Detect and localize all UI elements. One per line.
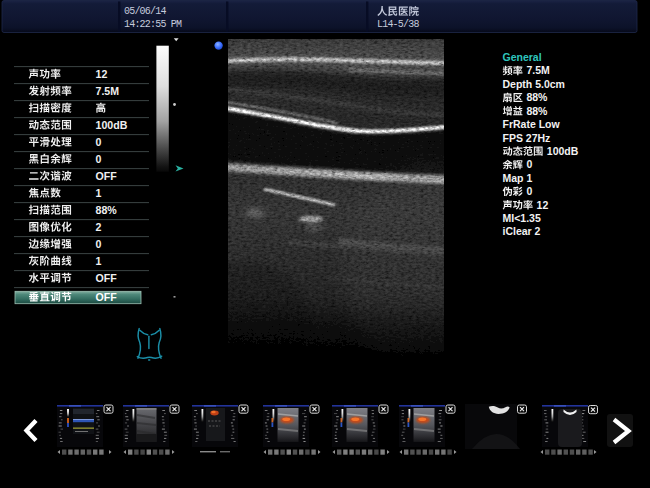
svg-text:Depth 5.0cm: Depth 5.0cm bbox=[503, 78, 565, 90]
svg-text:88%: 88% bbox=[96, 204, 118, 216]
svg-text:2: 2 bbox=[96, 221, 102, 233]
svg-text:L14-5/38: L14-5/38 bbox=[377, 19, 419, 30]
svg-text:1: 1 bbox=[96, 255, 102, 267]
svg-text:0: 0 bbox=[96, 136, 102, 148]
svg-text:88%: 88% bbox=[526, 105, 548, 117]
svg-text:7.5M: 7.5M bbox=[526, 64, 550, 76]
svg-text:OFF: OFF bbox=[96, 291, 118, 303]
svg-text:0: 0 bbox=[526, 158, 532, 170]
svg-text:OFF: OFF bbox=[96, 272, 118, 284]
svg-text:Map 1: Map 1 bbox=[503, 172, 533, 184]
svg-text:05/06/14: 05/06/14 bbox=[124, 6, 166, 17]
svg-text:General: General bbox=[503, 51, 542, 63]
svg-text:0: 0 bbox=[96, 153, 102, 165]
svg-text:iClear 2: iClear 2 bbox=[503, 225, 541, 237]
svg-text:1: 1 bbox=[96, 187, 102, 199]
svg-text:FPS 27Hz: FPS 27Hz bbox=[503, 132, 551, 144]
svg-text:12: 12 bbox=[96, 68, 108, 80]
svg-text:100dB: 100dB bbox=[96, 119, 128, 131]
svg-text:MI<1.35: MI<1.35 bbox=[503, 212, 541, 224]
svg-text:0: 0 bbox=[526, 185, 532, 197]
svg-text:14:22:55 PM: 14:22:55 PM bbox=[124, 19, 182, 30]
svg-text:12: 12 bbox=[537, 199, 549, 211]
svg-text:OFF: OFF bbox=[96, 170, 118, 182]
svg-text:FrRate Low: FrRate Low bbox=[503, 118, 561, 130]
svg-text:88%: 88% bbox=[526, 91, 548, 103]
svg-text:0: 0 bbox=[96, 238, 102, 250]
svg-text:100dB: 100dB bbox=[547, 145, 579, 157]
svg-text:7.5M: 7.5M bbox=[96, 85, 120, 97]
